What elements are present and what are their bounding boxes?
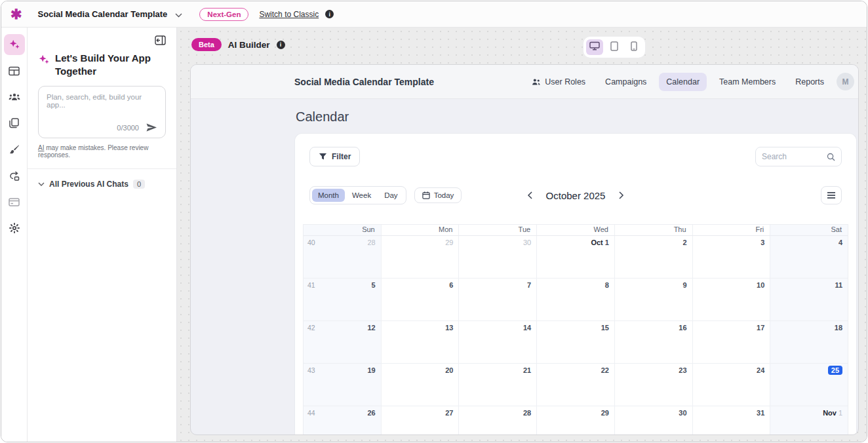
- day-cell-26[interactable]: 4426: [304, 406, 381, 435]
- view-month-button[interactable]: Month: [312, 189, 345, 202]
- rail-item-design[interactable]: [4, 139, 25, 160]
- today-badge: 25: [828, 366, 842, 375]
- prev-month-button[interactable]: [526, 190, 534, 201]
- device-desktop-button[interactable]: [586, 39, 603, 55]
- collapse-panel-icon[interactable]: [155, 35, 166, 48]
- rail-item-tables[interactable]: [4, 60, 25, 81]
- day-cell-4[interactable]: 4: [770, 236, 848, 279]
- date-number: Nov1: [823, 409, 842, 417]
- nav-item-label: Campaigns: [605, 77, 646, 87]
- nav-item-team-members[interactable]: Team Members: [712, 73, 783, 91]
- next-month-button[interactable]: [617, 190, 625, 201]
- search-input[interactable]: [762, 152, 823, 161]
- builder-canvas: Beta AI Builder i Social Media Calendar …: [177, 28, 867, 442]
- funnel-icon: [319, 153, 327, 161]
- day-cell-30[interactable]: 30: [614, 406, 692, 435]
- rail-item-pages[interactable]: [4, 113, 25, 134]
- app-window: ✱ Social Media Calendar Template Next-Ge…: [1, 1, 867, 442]
- day-cell-12[interactable]: 4212: [304, 321, 381, 364]
- beta-badge: Beta: [191, 38, 222, 51]
- ai-prompt-box[interactable]: Plan, search, edit, build your app... 0/…: [38, 86, 166, 138]
- day-cell-28[interactable]: 28: [458, 406, 536, 435]
- weekday-header-fri: Fri: [692, 225, 770, 235]
- nav-item-calendar[interactable]: Calendar: [659, 73, 707, 91]
- day-cell-nov-1[interactable]: Nov1: [770, 406, 848, 435]
- view-week-button[interactable]: Week: [346, 189, 377, 202]
- day-cell-29[interactable]: 29: [381, 236, 459, 279]
- settings-icon: [9, 223, 20, 233]
- day-cell-8[interactable]: 8: [536, 279, 614, 321]
- day-cell-15[interactable]: 15: [536, 321, 614, 364]
- day-cell-2[interactable]: 2: [614, 236, 692, 279]
- day-cell-23[interactable]: 23: [614, 364, 692, 406]
- date-number: 21: [523, 366, 531, 374]
- nav-item-reports[interactable]: Reports: [788, 73, 831, 91]
- previous-chats-toggle[interactable]: All Previous AI Chats 0: [38, 180, 166, 189]
- day-cell-31[interactable]: 31: [692, 406, 770, 435]
- rail-item-settings[interactable]: [4, 218, 25, 239]
- date-number: 7: [527, 281, 531, 289]
- nav-item-label: User Roles: [545, 77, 585, 87]
- rail-item-ai-builder[interactable]: [4, 34, 25, 55]
- send-icon[interactable]: [146, 123, 157, 132]
- day-cell-5[interactable]: 415: [304, 279, 381, 321]
- desktop-icon: [589, 41, 600, 53]
- day-cell-3[interactable]: 3: [692, 236, 770, 279]
- avatar[interactable]: M: [837, 73, 854, 90]
- day-cell-6[interactable]: 6: [381, 279, 459, 321]
- nav-item-campaigns[interactable]: Campaigns: [598, 73, 654, 91]
- rail-item-users[interactable]: [4, 87, 25, 107]
- icon-rail: [1, 28, 28, 442]
- day-cell-25[interactable]: 25: [770, 364, 848, 406]
- day-cell-14[interactable]: 14: [458, 321, 536, 364]
- weekday-header-sun: Sun: [304, 225, 381, 235]
- day-cell-24[interactable]: 24: [692, 364, 770, 406]
- panel-heading: Let's Build Your App Together: [55, 52, 166, 77]
- day-cell-13[interactable]: 13: [381, 321, 459, 364]
- date-number: 2: [682, 239, 686, 246]
- date-number: 11: [835, 281, 842, 289]
- date-number: 26: [367, 409, 375, 417]
- date-number: 29: [445, 239, 453, 246]
- today-button[interactable]: Today: [414, 187, 462, 203]
- day-cell-oct-1[interactable]: Oct1: [536, 236, 614, 279]
- automations-icon: [9, 171, 20, 181]
- day-cell-29[interactable]: 29: [536, 406, 614, 435]
- workspace-dropdown[interactable]: [175, 9, 182, 20]
- day-cell-21[interactable]: 21: [458, 364, 536, 406]
- rail-item-automations[interactable]: [4, 165, 25, 186]
- week-number: 43: [307, 366, 315, 374]
- day-cell-28[interactable]: 4028: [304, 236, 381, 279]
- pages-icon: [9, 118, 19, 128]
- device-tablet-button[interactable]: [606, 39, 623, 55]
- day-cell-9[interactable]: 9: [614, 279, 692, 321]
- date-number: 24: [757, 366, 764, 374]
- day-cell-17[interactable]: 17: [692, 321, 770, 364]
- device-mobile-button[interactable]: [625, 39, 642, 55]
- nav-item-user-roles[interactable]: User Roles: [524, 73, 593, 91]
- info-icon[interactable]: i: [277, 41, 285, 49]
- day-cell-18[interactable]: 18: [770, 321, 848, 364]
- weekday-header-thu: Thu: [614, 225, 692, 235]
- view-day-button[interactable]: Day: [378, 189, 403, 202]
- date-number: 28: [367, 239, 375, 246]
- day-cell-20[interactable]: 20: [381, 364, 459, 406]
- info-icon[interactable]: i: [325, 10, 334, 18]
- day-cell-27[interactable]: 27: [381, 406, 459, 435]
- weekday-header-wed: Wed: [536, 225, 614, 235]
- date-number: 23: [679, 366, 686, 374]
- nav-item-label: Reports: [795, 77, 824, 87]
- date-number: 5: [372, 281, 376, 289]
- switch-to-classic-link[interactable]: Switch to Classic: [259, 10, 319, 19]
- day-cell-10[interactable]: 10: [692, 279, 770, 321]
- list-view-button[interactable]: [821, 186, 842, 204]
- filter-button[interactable]: Filter: [309, 147, 360, 166]
- day-cell-30[interactable]: 30: [458, 236, 536, 279]
- day-cell-19[interactable]: 4319: [304, 364, 381, 406]
- rail-item-billing[interactable]: [4, 191, 25, 212]
- calendar-weekday-header: SunMonTueWedThuFriSat: [304, 225, 848, 236]
- day-cell-7[interactable]: 7: [458, 279, 536, 321]
- day-cell-16[interactable]: 16: [614, 321, 692, 364]
- day-cell-11[interactable]: 11: [770, 279, 848, 321]
- day-cell-22[interactable]: 22: [536, 364, 614, 406]
